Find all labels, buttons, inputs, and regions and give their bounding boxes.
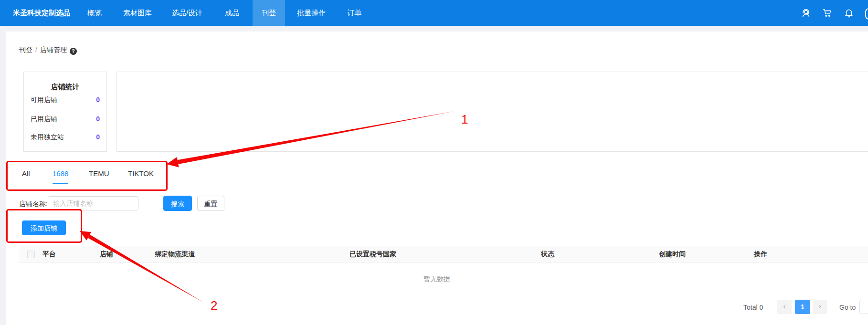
stat-label: 未用独立站 [31, 133, 64, 141]
reset-button[interactable]: 重置 [197, 196, 224, 211]
column-store: 店铺 [100, 250, 113, 259]
nav-item-publish[interactable]: 刊登 [253, 0, 285, 26]
cart-icon[interactable] [822, 8, 833, 18]
stat-row-used: 已用店铺 0 [31, 115, 100, 125]
nav-item-overview[interactable]: 概览 [78, 0, 111, 26]
store-management-page: 米圣科技定制选品 概览 素材图库 选品/设计 成品 刊登 批量操作 订单 [0, 0, 868, 325]
brand-logo-text[interactable]: 米圣科技定制选品 [13, 0, 70, 26]
table-header: 平台 店铺 绑定物流渠道 已设置税号国家 状态 创建时间 操作 [19, 246, 868, 262]
stat-value: 0 [96, 133, 100, 141]
stat-value: 0 [96, 96, 100, 104]
pagination-next-button[interactable]: › [813, 300, 827, 314]
column-logistics: 绑定物流渠道 [155, 250, 195, 259]
stat-row-unused-site: 未用独立站 0 [31, 133, 100, 143]
nav-item-orders[interactable]: 订单 [338, 0, 370, 26]
tab-temu[interactable]: TEMU [89, 169, 109, 178]
tab-all[interactable]: All [22, 169, 30, 178]
breadcrumb-parent[interactable]: 刊登 [19, 46, 32, 53]
tab-tiktok[interactable]: TIKTOK [128, 169, 154, 178]
column-created: 创建时间 [659, 250, 686, 259]
top-navbar: 米圣科技定制选品 概览 素材图库 选品/设计 成品 刊登 批量操作 订单 [0, 0, 868, 26]
nav-item-design[interactable]: 选品/设计 [163, 0, 212, 26]
active-tab-underline [53, 183, 68, 184]
nav-item-material[interactable]: 素材图库 [114, 0, 161, 26]
user-avatar-icon-partial[interactable] [865, 8, 868, 20]
stat-row-available: 可用店铺 0 [31, 96, 100, 105]
pagination-goto-input[interactable] [859, 300, 868, 314]
column-status: 状态 [541, 250, 554, 259]
nav-item-product[interactable]: 成品 [216, 0, 248, 26]
column-actions: 操作 [754, 250, 767, 259]
add-store-button[interactable]: 添加店铺 [22, 220, 66, 235]
column-platform: 平台 [42, 250, 56, 259]
help-icon[interactable]: ? [70, 48, 77, 55]
pagination-total: Total 0 [743, 304, 763, 311]
store-name-input[interactable] [48, 196, 138, 210]
stats-title: 店铺统计 [24, 83, 106, 92]
store-name-label: 店铺名称: [19, 200, 48, 209]
pagination-goto-label: Go to [839, 304, 856, 311]
stat-label: 已用店铺 [31, 115, 57, 123]
store-stats-panel: 店铺统计 可用店铺 0 已用店铺 0 未用独立站 0 [23, 72, 107, 152]
pagination-prev-button[interactable]: ‹ [777, 300, 792, 314]
bell-icon[interactable] [844, 8, 854, 18]
search-button[interactable]: 搜索 [163, 196, 192, 211]
breadcrumb: 刊登/店铺管理? [19, 46, 77, 55]
customer-service-icon[interactable] [801, 8, 811, 18]
pagination-page-1[interactable]: 1 [795, 300, 810, 314]
breadcrumb-separator: / [35, 46, 37, 53]
empty-detail-panel [116, 72, 868, 152]
tab-1688[interactable]: 1688 [53, 169, 68, 178]
select-all-checkbox[interactable] [27, 251, 35, 258]
nav-item-batch[interactable]: 批量操作 [288, 0, 335, 26]
breadcrumb-current: 店铺管理 [40, 46, 67, 53]
stat-value: 0 [96, 115, 100, 123]
column-tax-country: 已设置税号国家 [349, 250, 396, 259]
stat-label: 可用店铺 [31, 96, 57, 104]
empty-data-text: 暂无数据 [6, 275, 868, 283]
content-card: 刊登/店铺管理? 店铺统计 可用店铺 0 已用店铺 0 未用独立站 0 All … [6, 31, 868, 325]
